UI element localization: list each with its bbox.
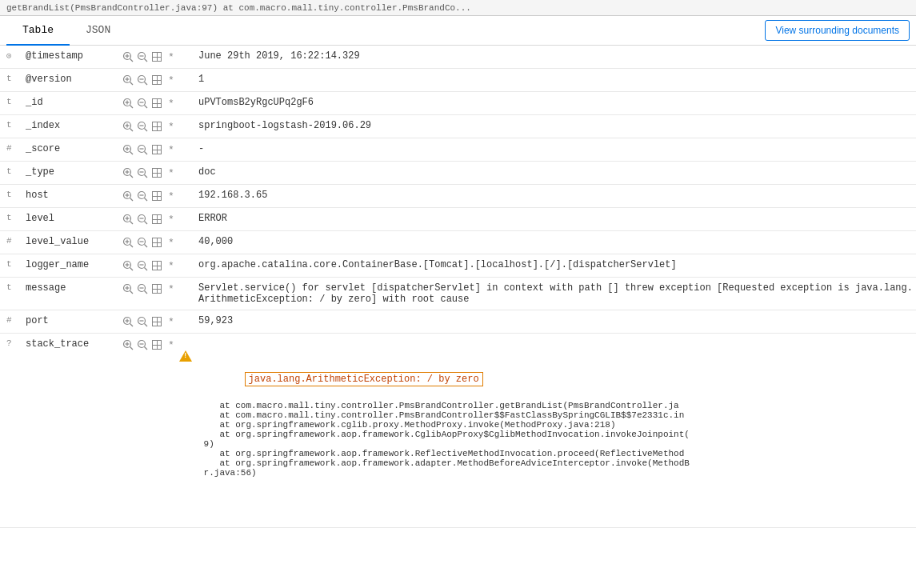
filter-out-icon[interactable] [136,74,149,86]
field-value: org.apache.catalina.core.ContainerBase.[… [198,259,677,270]
field-type: t [0,115,22,138]
toggle-column-icon[interactable] [150,143,163,156]
filter-in-icon[interactable] [122,236,134,249]
filter-out-icon[interactable] [136,338,149,351]
filter-in-icon[interactable] [122,50,134,63]
table-row: t host * [0,185,916,208]
tab-json[interactable]: JSON [70,16,126,46]
toggle-column-icon[interactable] [150,282,163,295]
toggle-column-icon[interactable] [150,74,163,86]
toggle-column-icon[interactable] [150,120,163,133]
field-value: doc [198,166,216,178]
filter-in-icon[interactable] [122,166,134,179]
filter-in-icon[interactable] [122,338,134,351]
toggle-column-icon[interactable] [150,97,163,110]
field-value-cell: doc [195,162,916,185]
filter-exists-icon[interactable]: * [165,259,178,272]
filter-exists-icon[interactable]: * [165,236,178,249]
field-icons: * [118,310,195,334]
toggle-column-icon[interactable] [150,213,163,226]
toggle-column-icon[interactable] [150,50,163,63]
filter-in-icon[interactable] [122,143,134,156]
field-value: springboot-logstash-2019.06.29 [198,120,371,131]
tab-table[interactable]: Table [6,16,70,46]
field-type: t [0,162,22,185]
field-name: level_value [22,231,118,254]
svg-line-68 [145,268,148,271]
toggle-column-icon[interactable] [150,315,163,328]
svg-line-26 [145,129,148,132]
field-value: 59,923 [198,315,233,326]
filter-out-icon[interactable] [136,190,149,202]
icon-group: * [122,120,192,133]
toggle-column-icon[interactable] [150,190,163,202]
filter-exists-icon[interactable]: * [165,338,178,351]
svg-line-15 [130,106,134,109]
svg-line-29 [130,152,134,155]
field-value-cell: Servlet.service() for servlet [dispatche… [195,278,916,310]
filter-in-icon[interactable] [122,213,134,226]
warning-icon [179,339,192,350]
filter-in-icon[interactable] [122,190,134,202]
field-icons: * [118,185,195,208]
field-name: level [22,208,118,231]
filter-in-icon[interactable] [122,259,134,272]
toggle-column-icon[interactable] [150,338,163,351]
field-value-cell: java.lang.ArithmeticException: / by zero… [195,334,916,528]
filter-exists-icon[interactable]: * [165,74,178,86]
svg-line-89 [145,347,148,350]
svg-line-64 [130,268,134,271]
filter-exists-icon[interactable]: * [165,166,178,179]
field-value-cell: 1 [195,69,916,92]
field-icons: * [118,46,195,69]
filter-out-icon[interactable] [136,120,149,133]
icon-group: * [122,338,192,351]
icon-group: * [122,282,192,295]
filter-out-icon[interactable] [136,143,149,156]
filter-exists-icon[interactable]: * [165,190,178,202]
filter-out-icon[interactable] [136,236,149,249]
table-row: t message * [0,278,916,310]
filter-in-icon[interactable] [122,74,134,86]
field-icons: * [118,162,195,185]
field-value-cell: 192.168.3.65 [195,185,916,208]
filter-out-icon[interactable] [136,259,149,272]
toggle-column-icon[interactable] [150,166,163,179]
filter-exists-icon[interactable]: * [165,315,178,328]
svg-line-12 [145,82,148,86]
filter-exists-icon[interactable]: * [165,143,178,156]
filter-exists-icon[interactable]: * [165,120,178,133]
filter-in-icon[interactable] [122,97,134,110]
filter-in-icon[interactable] [122,120,134,133]
filter-in-icon[interactable] [122,282,134,295]
svg-line-47 [145,198,148,202]
field-name: logger_name [22,254,118,278]
svg-line-43 [130,198,134,202]
filter-out-icon[interactable] [136,282,149,295]
field-value: June 29th 2019, 16:22:14.329 [198,50,360,62]
filter-exists-icon[interactable]: * [165,97,178,110]
stack-trace-body: at com.macro.mall.tiny.controller.PmsBra… [198,398,913,478]
filter-out-icon[interactable] [136,315,149,328]
field-icons: * [118,278,195,310]
filter-out-icon[interactable] [136,166,149,179]
svg-line-33 [145,152,148,155]
filter-in-icon[interactable] [122,315,134,328]
table-row: # port * [0,310,916,334]
stack-trace-highlight: java.lang.ArithmeticException: / by zero [245,372,483,386]
view-surrounding-button[interactable]: View surrounding documents [765,20,910,41]
filter-exists-icon[interactable]: * [165,282,178,295]
table-row: t _index * [0,115,916,138]
field-icons: * [118,69,195,92]
toggle-column-icon[interactable] [150,259,163,272]
field-value-cell: ERROR [195,208,916,231]
field-value: - [198,143,204,154]
filter-out-icon[interactable] [136,213,149,226]
field-name: message [22,278,118,310]
filter-out-icon[interactable] [136,50,149,63]
filter-exists-icon[interactable]: * [165,50,178,63]
field-icons: * [118,138,195,162]
toggle-column-icon[interactable] [150,236,163,249]
filter-out-icon[interactable] [136,97,149,110]
filter-exists-icon[interactable]: * [165,213,178,226]
